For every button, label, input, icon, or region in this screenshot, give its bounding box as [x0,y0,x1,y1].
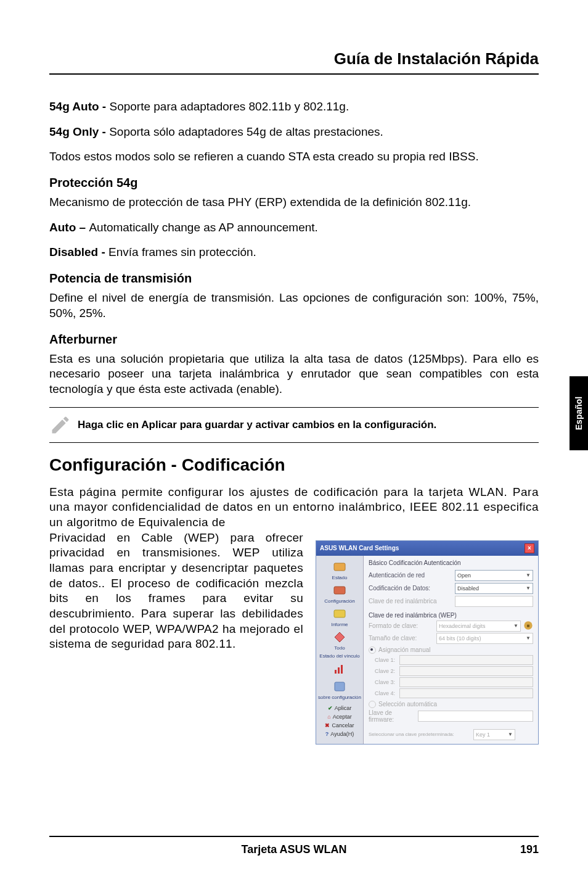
default-select[interactable]: Key 1▼ [473,729,515,740]
about-icon [331,679,348,694]
question-icon: ? [325,731,329,737]
report-icon [331,606,348,621]
para-disabled: Disabled - Envía frames sin protección. [49,245,539,260]
netkey-input[interactable] [455,596,533,607]
help-button[interactable]: ?Ayuda(H) [325,731,354,737]
auto-radio[interactable] [369,701,376,708]
config-icon [331,583,348,598]
select-value: 64 bits (10 digits) [439,635,481,642]
footer-title: Tarjeta ASUS WLAN [213,843,376,856]
keylength-select[interactable]: 64 bits (10 digits)▼ [436,633,533,644]
sidebar-item-estado[interactable]: Estado [317,559,362,580]
window-sidebar: Estado Configuración Informe Todo [316,556,364,744]
sidebar-item-estado-vinculo[interactable]: Estado del vínculo [317,653,362,659]
text-54g-only: Soporta sólo adaptadores 54g de altas pr… [109,125,383,138]
para-54g-only: 54g Only - Soporta sólo adaptadores 54g … [49,125,539,140]
default-select-label: Seleccionar una clave predeterminada: [369,732,473,737]
manual-radio[interactable] [369,646,376,654]
key4-input[interactable] [399,688,533,698]
action-label: Aplicar [335,705,352,711]
wep-group-title: Clave de red inalámbrica (WEP) [369,612,533,619]
sidebar-item-label: sobre configuración [318,695,361,700]
note-row: Haga clic en Aplicar para guardar y acti… [49,407,539,443]
para-potencia-desc: Define el nivel de energía de transmisió… [49,291,539,321]
label-auto: Auto – [49,221,89,234]
language-label: Español [574,397,584,430]
ok-button[interactable]: ⌂Aceptar [327,714,351,720]
note-text: Haga clic en Aplicar para guardar y acti… [78,419,436,431]
para-proteccion-desc: Mecanismo de protección de tasa PHY (ERP… [49,195,539,210]
tab-bar[interactable]: Básico Codificación Autenticación [369,559,533,566]
page-title: Guía de Instalación Rápida [49,49,539,75]
page-footer: Tarjeta ASUS WLAN 191 [49,836,539,856]
svg-rect-4 [338,667,340,674]
svg-rect-8 [527,624,529,627]
select-value: Hexadecimal digits [439,623,486,629]
sidebar-item-label: Configuración [324,598,354,604]
svg-rect-6 [335,682,345,691]
key2-input[interactable] [399,666,533,676]
sidebar-item-informe[interactable]: Informe [317,606,362,627]
window-main: Básico Codificación Autenticación Autent… [364,556,538,744]
sidebar-item-label: Informe [331,622,348,627]
svg-rect-1 [334,587,345,594]
key3-label: Clave 3: [375,679,399,685]
select-value: Open [457,572,471,579]
sidebar-item-configuracion[interactable]: Configuración [317,583,362,604]
heading-potencia: Potencia de transmisión [49,271,539,286]
chevron-down-icon: ▼ [508,732,513,737]
status-icon [331,559,348,574]
para-54g-auto: 54g Auto - Soporte para adaptadores 802.… [49,99,539,115]
manual-radio-label: Asignación manual [378,646,431,653]
language-tab: Español [570,376,588,450]
scan-icon [331,630,348,645]
check-icon: ✔ [328,705,333,711]
label-disabled: Disabled - [49,245,108,258]
auto-radio-label: Selección automática [378,701,437,708]
keyformat-label: Formato de clave: [369,622,436,629]
encryption-label: Codificación de Datos: [369,585,455,592]
key4-label: Clave 4: [375,690,399,696]
keylength-label: Tamaño de clave: [369,635,436,642]
page-number: 191 [375,843,539,856]
text-54g-auto: Soporte para adaptadores 802.11b y 802.1… [109,100,349,113]
heading-proteccion-54g: Protección 54g [49,176,539,190]
label-54g-auto: 54g Auto - [49,100,109,113]
svg-rect-2 [334,610,345,617]
auth-select[interactable]: Open▼ [455,570,533,581]
sidebar-item-todo[interactable]: Todo [317,630,362,651]
cross-icon: ✖ [325,722,330,728]
heading-afterburner: Afterburner [49,332,539,347]
chevron-down-icon: ▼ [526,635,531,641]
window-title: ASUS WLAN Card Settings [320,545,399,551]
para-afterburner-desc: Esta es una solución propietaria que uti… [49,352,539,397]
text-auto: Automatically change as AP announcement. [89,221,317,234]
key2-label: Clave 2: [375,668,399,674]
key1-input[interactable] [399,655,533,665]
close-button[interactable]: × [525,543,534,553]
chevron-down-icon: ▼ [526,572,531,578]
keyformat-select[interactable]: Hexadecimal digits▼ [436,621,521,632]
svg-rect-5 [341,665,343,674]
key3-input[interactable] [399,677,533,687]
label-54g-only: 54g Only - [49,125,109,138]
sidebar-item-label: Estado del vínculo [319,653,359,659]
action-label: Aceptar [333,714,352,720]
svg-rect-3 [335,670,337,674]
sidebar-item-sobre-config[interactable]: sobre configuración [317,679,362,700]
home-icon: ⌂ [327,714,330,720]
action-label: Cancelar [332,722,354,728]
para-auto: Auto – Automatically change as AP announ… [49,220,539,236]
auth-label: Autenticación de red [369,572,455,579]
key1-label: Clave 1: [375,657,399,663]
encryption-select[interactable]: Disabled▼ [455,583,533,594]
default-key-input[interactable] [418,711,533,722]
chevron-down-icon: ▼ [526,585,531,591]
para-ibss-note: Todos estos modos solo se refieren a cua… [49,149,539,165]
lock-icon [523,621,533,632]
sidebar-item-signal[interactable] [317,661,362,677]
para-codificacion-intro: Esta página permite configurar los ajust… [49,485,539,530]
apply-button[interactable]: ✔Aplicar [328,705,352,711]
select-value: Disabled [457,585,479,592]
cancel-button[interactable]: ✖Cancelar [325,722,354,728]
